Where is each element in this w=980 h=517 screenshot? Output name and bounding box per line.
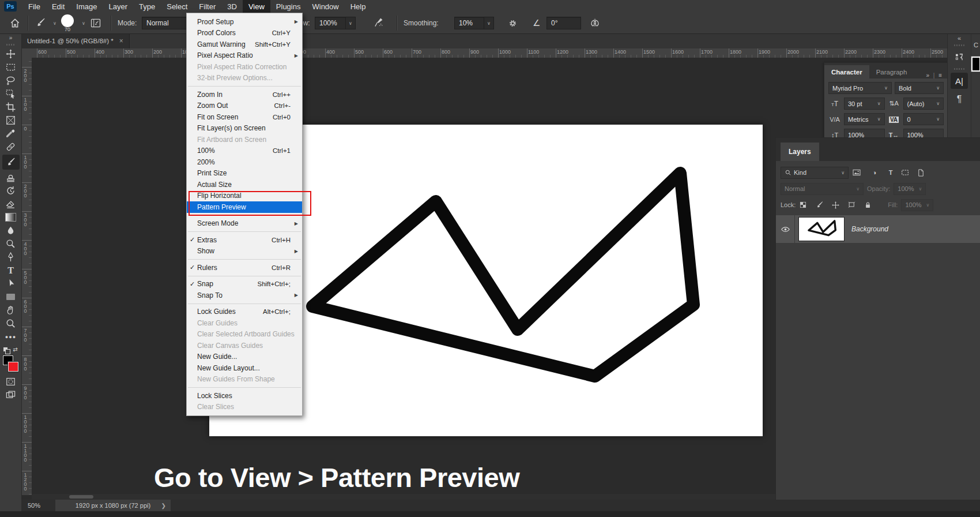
font-size-select[interactable]: 30 pt∨ xyxy=(844,98,885,110)
filter-type-layers-icon[interactable]: T xyxy=(884,169,897,176)
eraser-tool[interactable] xyxy=(2,197,20,211)
brush-tool-preset-icon[interactable] xyxy=(35,13,46,33)
zoom-level-field[interactable]: 50% xyxy=(28,500,40,511)
filter-adjustment-layers-icon[interactable]: ◑ xyxy=(868,169,881,176)
menu-edit[interactable]: Edit xyxy=(46,0,70,13)
horizontal-ruler[interactable]: 6005004003002001000100200300400500600700… xyxy=(32,48,947,58)
history-brush-tool[interactable] xyxy=(2,184,20,197)
view-menu-item-fit-layer-s-on-screen[interactable]: Fit Layer(s) on Screen xyxy=(187,123,302,134)
menu-plugins[interactable]: Plugins xyxy=(270,0,307,13)
path-select-tool[interactable] xyxy=(2,277,20,290)
menu-window[interactable]: Window xyxy=(306,0,344,13)
ruler-corner[interactable] xyxy=(21,48,32,58)
smoothing-options-gear-icon[interactable] xyxy=(507,13,518,33)
chevron-down-icon[interactable]: ∨ xyxy=(50,13,56,33)
frame-tool[interactable] xyxy=(2,114,20,127)
dock-collapse-icon[interactable]: « xyxy=(958,33,961,43)
screen-mode-tool[interactable] xyxy=(2,388,20,402)
gradient-tool[interactable] xyxy=(2,211,20,224)
layer-row-background[interactable]: Background xyxy=(776,215,980,243)
default-colors-control[interactable]: ⇄ xyxy=(3,345,17,353)
smoothing-input[interactable]: 10% xyxy=(454,17,484,29)
view-menu-item-new-guide[interactable]: New Guide... xyxy=(187,351,302,363)
layer-visibility-toggle[interactable] xyxy=(776,215,795,243)
menu-file[interactable]: File xyxy=(22,0,46,13)
lock-artboard-icon[interactable] xyxy=(847,201,860,209)
lock-transparency-icon[interactable] xyxy=(799,201,812,209)
chevron-down-icon[interactable]: ∨ xyxy=(346,17,356,29)
font-style-select[interactable]: Bold∨ xyxy=(895,82,944,94)
dock-drag-handle[interactable] xyxy=(954,68,964,70)
view-menu-item-zoom-out[interactable]: Zoom OutCtrl+- xyxy=(187,100,302,112)
view-menu-item-200[interactable]: 200% xyxy=(187,156,302,168)
leading-select[interactable]: (Auto)∨ xyxy=(903,98,944,110)
toolbar-drag-handle[interactable] xyxy=(6,44,16,46)
toolbar-collapse-icon[interactable]: » xyxy=(9,33,13,43)
brush-angle-input[interactable]: 0° xyxy=(546,17,581,29)
horizontal-scrollbar[interactable] xyxy=(32,494,775,500)
pen-tool[interactable] xyxy=(2,250,20,264)
lasso-tool[interactable] xyxy=(2,74,20,87)
menu-type[interactable]: Type xyxy=(133,0,161,13)
filter-shape-layers-icon[interactable] xyxy=(900,168,913,177)
airbrush-icon[interactable] xyxy=(374,13,385,33)
kerning-select[interactable]: Metrics∨ xyxy=(844,113,885,125)
lock-pixels-icon[interactable] xyxy=(815,201,828,209)
brush-settings-panel-icon[interactable] xyxy=(90,13,101,33)
view-menu-item-flip-horizontal[interactable]: Flip Horizontal xyxy=(187,190,302,202)
filter-smart-objects-icon[interactable] xyxy=(917,168,929,177)
panel-menu-icon[interactable]: ≡ xyxy=(938,72,943,78)
object-select-tool[interactable] xyxy=(2,87,20,100)
view-menu-item-show[interactable]: Show▶ xyxy=(187,246,302,257)
home-icon[interactable] xyxy=(9,13,21,33)
view-menu-item-zoom-in[interactable]: Zoom InCtrl++ xyxy=(187,89,302,100)
view-menu-item-lock-slices[interactable]: Lock Slices xyxy=(187,390,302,402)
brush-tool[interactable] xyxy=(2,155,20,170)
layer-thumbnail[interactable] xyxy=(798,217,845,241)
chevron-down-icon[interactable]: ∨ xyxy=(484,17,494,29)
brush-size-picker[interactable]: 70 xyxy=(61,13,74,33)
clone-tool[interactable] xyxy=(2,171,20,184)
chevron-down-icon[interactable]: ∨ xyxy=(78,13,85,33)
hand-tool[interactable] xyxy=(2,304,20,317)
menu-view[interactable]: View xyxy=(243,0,270,13)
shape-tool[interactable] xyxy=(2,290,20,304)
filter-pixel-layers-icon[interactable] xyxy=(852,168,865,177)
tab-paragraph[interactable]: Paragraph xyxy=(869,65,914,78)
background-color-swatch[interactable] xyxy=(8,362,18,372)
swap-colors-icon[interactable]: ⇄ xyxy=(13,346,17,353)
dodge-tool[interactable] xyxy=(2,237,20,250)
view-menu-item-fit-on-screen[interactable]: Fit on ScreenCtrl+0 xyxy=(187,111,302,123)
more-tool[interactable]: ●●● xyxy=(2,330,20,343)
scrollbar-thumb[interactable] xyxy=(69,495,93,499)
tab-layers[interactable]: Layers xyxy=(781,143,819,161)
menu-image[interactable]: Image xyxy=(70,0,103,13)
view-menu-item-pattern-preview[interactable]: Pattern Preview xyxy=(187,201,302,213)
view-menu-item-pixel-aspect-ratio[interactable]: Pixel Aspect Ratio▶ xyxy=(187,50,302,62)
lock-position-icon[interactable] xyxy=(831,201,844,209)
tracking-select[interactable]: 0∨ xyxy=(903,113,944,125)
view-menu-item-extras[interactable]: ✓ExtrasCtrl+H xyxy=(187,234,302,246)
layer-name[interactable]: Background xyxy=(851,225,888,233)
panel-overflow-icon[interactable]: » xyxy=(926,72,930,78)
eyedropper-tool[interactable] xyxy=(2,127,20,140)
dock-drag-handle[interactable] xyxy=(954,44,964,46)
view-menu-item-rulers[interactable]: ✓RulersCtrl+R xyxy=(187,262,302,274)
menu-3d[interactable]: 3D xyxy=(221,0,243,13)
move-tool[interactable] xyxy=(2,47,20,61)
glyphs-panel-icon[interactable] xyxy=(951,49,968,65)
close-icon[interactable]: × xyxy=(119,37,123,45)
document-info[interactable]: 1920 px x 1080 px (72 ppi) ❯ xyxy=(55,500,171,511)
document-tab[interactable]: Untitled-1 @ 50% (RGB/8#) * × xyxy=(21,33,130,48)
view-menu-item-actual-size[interactable]: Actual Size xyxy=(187,179,302,190)
lock-all-icon[interactable] xyxy=(864,201,876,209)
view-menu-item-gamut-warning[interactable]: Gamut WarningShift+Ctrl+Y xyxy=(187,39,302,50)
crop-tool[interactable] xyxy=(2,100,20,114)
view-menu-item-print-size[interactable]: Print Size xyxy=(187,168,302,179)
layer-filter-select[interactable]: Kind ∨ xyxy=(781,167,849,179)
color-swatch[interactable] xyxy=(971,57,980,72)
menu-help[interactable]: Help xyxy=(345,0,372,13)
quick-mask-tool[interactable] xyxy=(2,375,20,388)
type-tool[interactable]: T xyxy=(2,264,20,277)
view-menu-item-snap-to[interactable]: Snap To▶ xyxy=(187,290,302,301)
